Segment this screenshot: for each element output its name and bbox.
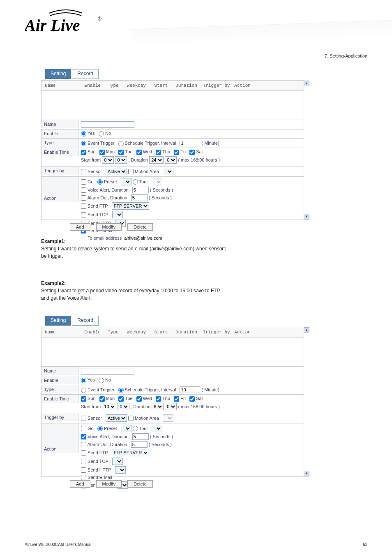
modify-button-2[interactable]: Modify <box>96 480 122 488</box>
event-trigger-radio-2[interactable] <box>81 388 86 393</box>
scroll-down-icon-2[interactable]: ▾ <box>304 471 309 476</box>
go-checkbox-2[interactable] <box>81 426 86 431</box>
footer-title: AirLive WL-2600CAM User's Manual <box>25 542 92 547</box>
tour-select[interactable] <box>152 178 162 185</box>
scroll-up-icon-2[interactable]: ▴ <box>304 327 309 333</box>
add-button[interactable]: Add <box>70 223 90 231</box>
start-min-select[interactable]: 0 <box>115 156 127 164</box>
send-http-checkbox-2[interactable] <box>81 467 86 473</box>
alarm-duration-input[interactable] <box>131 194 148 201</box>
label-type: Type <box>42 139 78 147</box>
send-ftp-checkbox[interactable] <box>81 204 86 209</box>
label-type-2: Type <box>42 385 78 393</box>
day-tue-checkbox[interactable] <box>118 150 124 155</box>
scroll-down-icon[interactable]: ▾ <box>304 214 309 220</box>
day-mon-checkbox[interactable] <box>99 150 105 155</box>
name-input[interactable] <box>81 121 134 128</box>
schedule-trigger-radio-2[interactable] <box>118 388 124 393</box>
example1-title: Example1: <box>41 238 304 245</box>
enable-no-radio-2[interactable] <box>99 378 104 383</box>
day-sun-checkbox-2[interactable] <box>81 396 86 402</box>
start-hour-select-2[interactable]: 10 <box>102 403 116 410</box>
sensor-checkbox-2[interactable] <box>81 416 86 421</box>
tour-radio-2[interactable] <box>133 426 138 431</box>
voice-alert-checkbox-2[interactable] <box>81 434 86 439</box>
list-header: Name Enable Type Weekday Start Duration … <box>42 81 304 91</box>
interval-input-2[interactable] <box>180 386 200 393</box>
scroll-up-icon[interactable]: ▴ <box>304 81 309 86</box>
day-sun-checkbox[interactable] <box>81 150 86 155</box>
dur-min-select-2[interactable]: 0 <box>165 403 177 410</box>
day-thu-checkbox[interactable] <box>156 150 161 155</box>
enable-yes-radio[interactable] <box>81 131 86 136</box>
voice-duration-input[interactable] <box>132 187 149 193</box>
tab-setting[interactable]: Setting <box>45 69 71 79</box>
svg-text:Air Live: Air Live <box>25 16 80 35</box>
day-wed-checkbox-2[interactable] <box>136 396 142 402</box>
tab-record-2[interactable]: Record <box>72 316 99 326</box>
day-fri-checkbox[interactable] <box>174 150 179 155</box>
brand-logo: Air Live ® <box>25 8 107 37</box>
preset-select-2[interactable] <box>121 425 131 432</box>
start-min-select-2[interactable]: 0 <box>118 403 129 410</box>
preset-radio[interactable] <box>97 179 103 185</box>
preset-radio-2[interactable] <box>97 426 103 431</box>
modify-button[interactable]: Modify <box>96 223 122 231</box>
sensor-checkbox[interactable] <box>81 169 86 174</box>
day-fri-checkbox-2[interactable] <box>174 396 179 402</box>
go-checkbox[interactable] <box>81 179 86 185</box>
settings-panel-1: ▴ ▾ Name Enable Type Weekday Start Durat… <box>41 80 304 220</box>
schedule-trigger-radio[interactable] <box>118 141 124 146</box>
voice-duration-input-2[interactable] <box>132 433 149 440</box>
delete-button[interactable]: Delete <box>127 223 153 231</box>
http-select-2[interactable] <box>115 466 126 474</box>
svg-text:®: ® <box>98 16 101 22</box>
dur-hour-select-2[interactable]: 6 <box>152 403 164 410</box>
ftp-select-2[interactable]: FTP SERVER <box>112 449 149 456</box>
tour-select-2[interactable] <box>152 425 162 432</box>
alarm-duration-input-2[interactable] <box>131 441 148 448</box>
preset-select[interactable] <box>121 178 131 185</box>
label-enable-2: Enable <box>42 376 78 384</box>
label-name-2: Name <box>42 367 78 375</box>
alarm-out-checkbox[interactable] <box>81 195 86 201</box>
motion-area-select-2[interactable] <box>163 414 173 422</box>
motion-area-select[interactable] <box>163 168 173 175</box>
enable-yes-radio-2[interactable] <box>81 378 86 383</box>
ftp-select[interactable]: FTP SERVER <box>112 202 149 210</box>
day-wed-checkbox[interactable] <box>136 150 142 155</box>
tour-radio[interactable] <box>133 179 138 185</box>
tabs-1: Setting Record <box>45 69 99 79</box>
tcp-select-2[interactable] <box>112 458 123 465</box>
motion-area-checkbox-2[interactable] <box>128 416 134 421</box>
alarm-out-checkbox-2[interactable] <box>81 442 86 447</box>
dur-hour-select[interactable]: 24 <box>149 156 164 164</box>
list-header-2: Name Enable Type Weekday Start Duration … <box>42 327 304 338</box>
motion-area-checkbox[interactable] <box>128 169 134 174</box>
label-enable: Enable <box>42 130 78 138</box>
tab-record[interactable]: Record <box>72 69 99 79</box>
tcp-select[interactable] <box>112 211 123 218</box>
add-button-2[interactable]: Add <box>70 480 90 488</box>
tab-setting-2[interactable]: Setting <box>45 316 71 326</box>
sensor-select-2[interactable]: Active <box>106 414 127 422</box>
start-hour-select[interactable]: 0 <box>102 156 114 164</box>
send-email-checkbox-2[interactable] <box>81 475 86 480</box>
delete-button-2[interactable]: Delete <box>127 480 153 488</box>
dur-min-select[interactable]: 0 <box>165 156 177 164</box>
day-tue-checkbox-2[interactable] <box>118 396 124 402</box>
send-ftp-checkbox-2[interactable] <box>81 450 86 456</box>
interval-input[interactable] <box>180 140 200 146</box>
day-mon-checkbox-2[interactable] <box>99 396 105 402</box>
label-name: Name <box>42 120 78 128</box>
event-trigger-radio[interactable] <box>81 141 86 146</box>
day-sat-checkbox[interactable] <box>189 150 195 155</box>
day-sat-checkbox-2[interactable] <box>189 396 195 402</box>
send-tcp-checkbox[interactable] <box>81 212 86 217</box>
voice-alert-checkbox[interactable] <box>81 187 86 193</box>
send-tcp-checkbox-2[interactable] <box>81 459 86 464</box>
sensor-select[interactable]: Active <box>106 168 127 175</box>
enable-no-radio[interactable] <box>99 131 104 136</box>
day-thu-checkbox-2[interactable] <box>156 396 161 402</box>
name-input-2[interactable] <box>81 368 134 375</box>
